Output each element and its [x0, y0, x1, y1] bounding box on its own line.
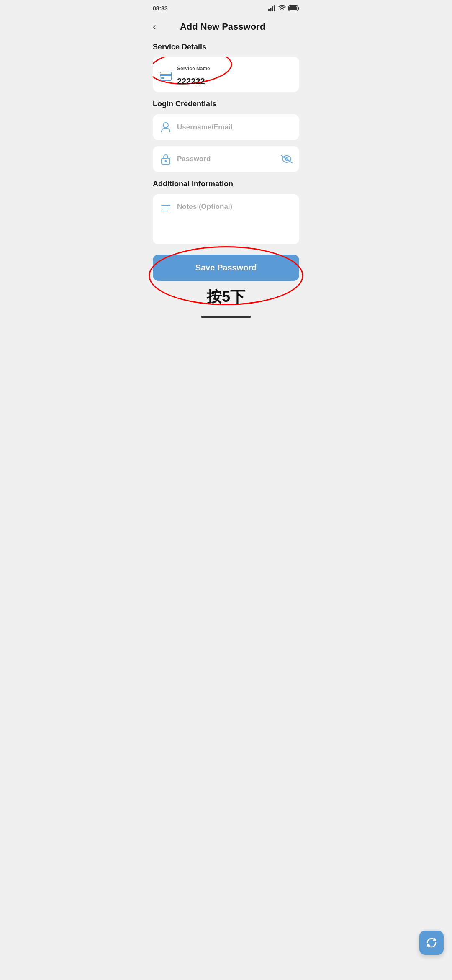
svg-rect-1	[270, 8, 272, 11]
svg-rect-0	[268, 9, 270, 11]
additional-info-section-label: Additional Information	[153, 180, 299, 188]
notes-icon	[159, 203, 172, 213]
service-name-label: Service Name	[177, 66, 293, 72]
back-button[interactable]: ‹	[153, 19, 159, 34]
annotation-text: 按5下	[153, 287, 299, 307]
header: ‹ Add New Password	[144, 14, 308, 43]
svg-rect-3	[274, 5, 275, 11]
password-field-row[interactable]: Password	[153, 146, 299, 172]
svg-rect-8	[160, 74, 172, 76]
home-indicator	[201, 316, 251, 318]
notes-placeholder: Notes (Optional)	[177, 203, 232, 211]
user-icon	[159, 122, 172, 133]
main-content: Service Details Service Name 222222 Logi…	[144, 43, 308, 307]
svg-rect-6	[298, 7, 299, 10]
save-password-button[interactable]: Save Password	[153, 255, 299, 281]
status-time: 08:33	[153, 5, 168, 12]
password-field-group: Password	[153, 146, 299, 172]
service-details-section-label: Service Details	[153, 43, 299, 51]
page-title: Add New Password	[159, 21, 286, 32]
battery-icon	[288, 5, 299, 11]
eye-hide-icon[interactable]	[281, 155, 293, 163]
username-field-row[interactable]: Username/Email	[153, 114, 299, 140]
service-name-value: 222222	[177, 77, 293, 86]
svg-point-10	[163, 123, 168, 128]
status-bar: 08:33	[144, 0, 308, 14]
svg-rect-9	[161, 77, 164, 79]
status-icons	[268, 5, 299, 11]
service-name-field-group: Service Name 222222	[153, 57, 299, 92]
svg-rect-2	[272, 6, 273, 11]
notes-field-group: Notes (Optional)	[153, 194, 299, 244]
username-field-group: Username/Email	[153, 114, 299, 140]
password-placeholder: Password	[177, 155, 211, 163]
notes-field-row[interactable]: Notes (Optional)	[153, 194, 299, 244]
svg-rect-5	[289, 6, 297, 10]
svg-point-12	[165, 160, 167, 162]
signal-icon	[268, 5, 276, 11]
lock-icon	[159, 154, 172, 165]
login-credentials-section-label: Login Credentials	[153, 100, 299, 108]
username-placeholder: Username/Email	[177, 123, 232, 131]
service-name-field-row[interactable]: Service Name 222222	[153, 57, 299, 92]
wifi-icon	[278, 5, 286, 11]
save-button-wrapper: Save Password	[153, 250, 299, 284]
credit-card-icon	[159, 72, 172, 81]
